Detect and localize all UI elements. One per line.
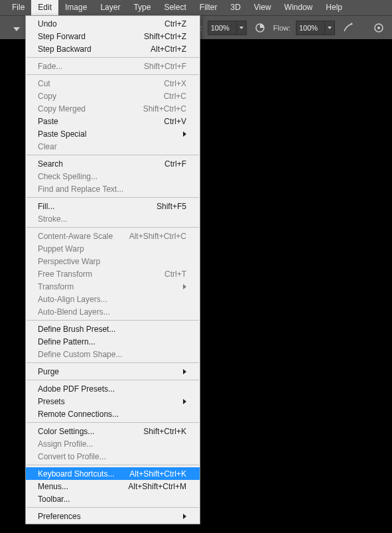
menu-item-presets[interactable]: Presets bbox=[26, 395, 200, 408]
menu-item-label: Find and Replace Text... bbox=[38, 185, 186, 194]
menu-item-search[interactable]: SearchCtrl+F bbox=[26, 157, 200, 170]
menu-item-label: Assign Profile... bbox=[38, 439, 186, 449]
menu-item-cut: CutCtrl+X bbox=[26, 77, 200, 90]
svg-point-1 bbox=[351, 23, 353, 25]
menu-item-color-settings[interactable]: Color Settings...Shift+Ctrl+K bbox=[26, 425, 200, 437]
submenu-arrow-icon bbox=[170, 367, 186, 376]
menu-item-auto-blend-layers: Auto-Blend Layers... bbox=[26, 305, 200, 318]
menubar-item-help[interactable]: Help bbox=[319, 0, 349, 15]
menu-item-content-aware-scale: Content-Aware ScaleAlt+Shift+Ctrl+C bbox=[26, 230, 200, 242]
menu-item-step-backward[interactable]: Step BackwardAlt+Ctrl+Z bbox=[26, 42, 200, 55]
menubar-item-type[interactable]: Type bbox=[127, 0, 157, 15]
menubar-item-view[interactable]: View bbox=[247, 0, 278, 15]
menubar-item-file[interactable]: File bbox=[5, 0, 31, 15]
menu-item-label: Step Backward bbox=[38, 44, 137, 54]
menu-item-label: Auto-Blend Layers... bbox=[38, 307, 186, 317]
submenu-arrow-icon bbox=[170, 129, 186, 139]
menu-item-copy: CopyCtrl+C bbox=[26, 90, 200, 102]
menu-item-shortcut: Ctrl+C bbox=[151, 92, 186, 101]
menu-item-label: Search bbox=[38, 159, 151, 169]
menu-item-label: Fill... bbox=[38, 202, 143, 211]
flow-label: Flow: bbox=[273, 24, 291, 32]
menu-item-shortcut: Alt+Shift+Ctrl+C bbox=[116, 232, 186, 241]
menu-item-shortcut: Alt+Shift+Ctrl+M bbox=[115, 482, 186, 491]
menu-item-fill[interactable]: Fill...Shift+F5 bbox=[26, 200, 200, 212]
menubar-item-window[interactable]: Window bbox=[278, 0, 320, 15]
menubar-item-select[interactable]: Select bbox=[157, 0, 192, 15]
menu-item-label: Puppet Warp bbox=[38, 244, 186, 254]
menu-item-fade: Fade...Shift+Ctrl+F bbox=[26, 60, 200, 72]
menu-item-label: Fade... bbox=[38, 62, 131, 71]
menu-item-label: Paste Special bbox=[38, 129, 170, 139]
edit-menu-dropdown: UndoCtrl+ZStep ForwardShift+Ctrl+ZStep B… bbox=[25, 15, 200, 524]
menu-item-label: Undo bbox=[38, 19, 151, 29]
menu-item-shortcut: Ctrl+F bbox=[151, 159, 186, 169]
menu-item-shortcut: Shift+Ctrl+Z bbox=[131, 32, 186, 41]
menu-item-shortcut: Ctrl+Z bbox=[151, 19, 186, 29]
menu-item-define-brush-preset[interactable]: Define Brush Preset... bbox=[26, 323, 200, 335]
opacity-field[interactable]: 100% bbox=[208, 21, 247, 35]
menu-item-purge[interactable]: Purge bbox=[26, 365, 200, 378]
menu-separator bbox=[27, 320, 199, 321]
pressure-size-icon[interactable] bbox=[371, 20, 387, 36]
pressure-opacity-icon[interactable] bbox=[252, 20, 268, 36]
menubar-item-layer[interactable]: Layer bbox=[94, 0, 127, 15]
menu-separator bbox=[27, 227, 199, 228]
flow-field[interactable]: 100% bbox=[296, 21, 335, 35]
menu-item-shortcut: Shift+Ctrl+F bbox=[131, 62, 186, 71]
menu-item-label: Auto-Align Layers... bbox=[38, 295, 186, 304]
menubar-item-3d[interactable]: 3D bbox=[224, 0, 247, 15]
menu-item-label: Menus... bbox=[38, 482, 115, 491]
menu-item-label: Purge bbox=[38, 367, 170, 376]
menubar-item-edit[interactable]: Edit bbox=[31, 0, 58, 15]
flow-dropdown-icon[interactable] bbox=[324, 21, 334, 35]
menubar-item-image[interactable]: Image bbox=[58, 0, 94, 15]
menu-item-label: Check Spelling... bbox=[38, 172, 186, 181]
tool-preset-chevron-icon[interactable] bbox=[13, 27, 20, 31]
menu-item-label: Step Forward bbox=[38, 32, 131, 41]
airbrush-icon[interactable] bbox=[340, 20, 356, 36]
submenu-arrow-icon bbox=[170, 512, 186, 521]
menu-item-convert-to-profile: Convert to Profile... bbox=[26, 450, 200, 463]
opacity-value[interactable]: 100% bbox=[208, 24, 236, 32]
menu-item-undo[interactable]: UndoCtrl+Z bbox=[26, 17, 200, 30]
menu-item-shortcut: Shift+F5 bbox=[143, 202, 186, 211]
menu-item-menus[interactable]: Menus...Alt+Shift+Ctrl+M bbox=[26, 480, 200, 493]
svg-point-3 bbox=[377, 27, 380, 29]
menu-item-check-spelling: Check Spelling... bbox=[26, 170, 200, 183]
menu-item-free-transform: Free TransformCtrl+T bbox=[26, 267, 200, 280]
menu-item-label: Stroke... bbox=[38, 214, 186, 224]
opacity-dropdown-icon[interactable] bbox=[236, 21, 246, 35]
menu-item-label: Content-Aware Scale bbox=[38, 232, 116, 241]
menu-separator bbox=[27, 74, 199, 75]
menu-item-label: Free Transform bbox=[38, 269, 151, 279]
menu-item-label: Keyboard Shortcuts... bbox=[38, 469, 116, 479]
menu-item-label: Remote Connections... bbox=[38, 410, 186, 419]
menu-item-shortcut: Alt+Ctrl+Z bbox=[137, 44, 186, 54]
menu-item-label: Define Pattern... bbox=[38, 337, 186, 346]
menu-item-shortcut: Ctrl+X bbox=[151, 79, 186, 88]
menu-item-label: Toolbar... bbox=[38, 495, 186, 504]
menu-separator bbox=[27, 422, 199, 423]
menu-item-toolbar[interactable]: Toolbar... bbox=[26, 493, 200, 505]
menu-item-define-pattern[interactable]: Define Pattern... bbox=[26, 335, 200, 348]
menu-item-preferences[interactable]: Preferences bbox=[26, 510, 200, 522]
menu-item-label: Color Settings... bbox=[38, 427, 130, 436]
menu-separator bbox=[27, 507, 199, 508]
menu-item-adobe-pdf-presets[interactable]: Adobe PDF Presets... bbox=[26, 382, 200, 395]
menu-item-label: Define Custom Shape... bbox=[38, 350, 186, 359]
menu-item-keyboard-shortcuts[interactable]: Keyboard Shortcuts...Alt+Shift+Ctrl+K bbox=[26, 467, 200, 480]
menu-item-step-forward[interactable]: Step ForwardShift+Ctrl+Z bbox=[26, 30, 200, 42]
menu-item-label: Preferences bbox=[38, 512, 170, 521]
menu-item-transform: Transform bbox=[26, 280, 200, 293]
menu-item-paste-special[interactable]: Paste Special bbox=[26, 127, 200, 140]
menu-separator bbox=[27, 155, 199, 155]
menu-item-label: Presets bbox=[38, 397, 170, 406]
menu-item-label: Clear bbox=[38, 142, 186, 151]
menu-item-shortcut: Shift+Ctrl+K bbox=[130, 427, 186, 436]
menu-item-remote-connections[interactable]: Remote Connections... bbox=[26, 408, 200, 420]
menu-item-paste[interactable]: PasteCtrl+V bbox=[26, 115, 200, 127]
menu-item-stroke: Stroke... bbox=[26, 212, 200, 225]
flow-value[interactable]: 100% bbox=[296, 24, 324, 32]
menubar-item-filter[interactable]: Filter bbox=[193, 0, 224, 15]
